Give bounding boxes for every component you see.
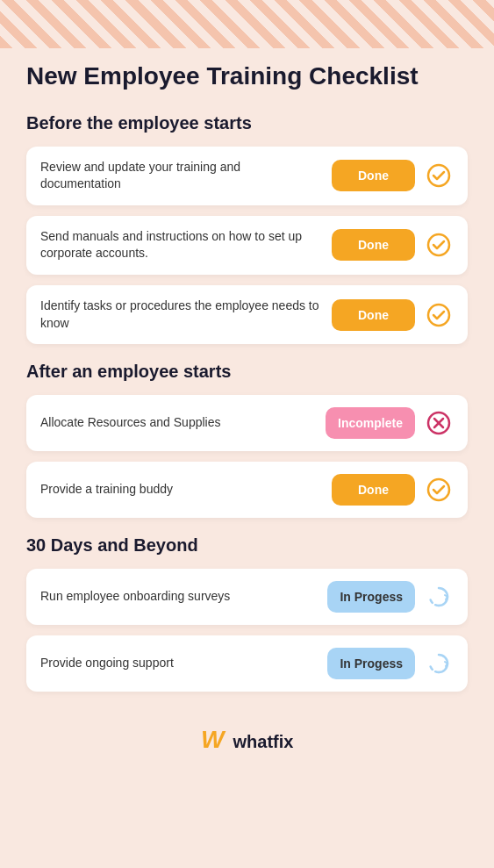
svg-point-2: [428, 305, 449, 326]
item-text-item-4: Allocate Resources and Supplies: [40, 414, 326, 432]
page-title: New Employee Training Checklist: [26, 61, 468, 91]
section-before: Before the employee startsReview and upd…: [26, 113, 468, 345]
whatfix-logo: W whatfix: [201, 727, 294, 757]
status-btn-item-1[interactable]: Done: [332, 160, 415, 191]
section-title-after: After an employee starts: [26, 362, 468, 382]
item-text-item-2: Send manuals and instructions on how to …: [40, 228, 332, 262]
checklist-item-item-6: Run employee onboarding surveysIn Proges…: [26, 569, 468, 625]
status-icon-item-1: [424, 161, 454, 190]
svg-point-0: [428, 165, 449, 186]
status-icon-item-3: [424, 300, 454, 330]
sections-container: Before the employee startsReview and upd…: [26, 113, 468, 692]
item-text-item-6: Run employee onboarding surveys: [40, 588, 327, 606]
logo-w-icon: W: [201, 727, 229, 757]
status-icon-item-4: [424, 408, 454, 438]
checklist-item-item-7: Provide ongoing supportIn Progess: [26, 635, 468, 692]
checklist-item-item-4: Allocate Resources and SuppliesIncomplet…: [26, 395, 468, 451]
svg-point-1: [428, 234, 449, 255]
status-icon-item-5: [424, 475, 454, 505]
checklist-item-item-2: Send manuals and instructions on how to …: [26, 216, 468, 275]
svg-text:W: W: [201, 727, 226, 751]
status-btn-item-6[interactable]: In Progess: [327, 581, 415, 613]
status-icon-item-6: [424, 582, 454, 612]
status-icon-item-2: [424, 230, 454, 260]
section-after: After an employee startsAllocate Resourc…: [26, 362, 468, 518]
checklist-item-item-3: Identify tasks or procedures the employe…: [26, 285, 468, 344]
logo-text: whatfix: [233, 732, 294, 752]
top-decoration: [0, 0, 494, 48]
item-text-item-3: Identify tasks or procedures the employe…: [40, 298, 332, 332]
svg-point-6: [428, 479, 449, 500]
status-btn-item-7[interactable]: In Progess: [327, 648, 415, 679]
status-btn-item-3[interactable]: Done: [332, 299, 415, 331]
checklist-item-item-1: Review and update your training and docu…: [26, 147, 468, 205]
section-title-beyond: 30 Days and Beyond: [26, 535, 468, 556]
status-btn-item-2[interactable]: Done: [332, 229, 415, 261]
footer: W whatfix: [26, 709, 468, 766]
section-title-before: Before the employee starts: [26, 113, 468, 133]
status-btn-item-5[interactable]: Done: [332, 474, 415, 506]
status-icon-item-7: [424, 649, 454, 678]
main-container: New Employee Training Checklist Before t…: [0, 0, 494, 793]
item-text-item-5: Provide a training buddy: [40, 481, 332, 499]
section-beyond: 30 Days and BeyondRun employee onboardin…: [26, 535, 468, 692]
item-text-item-1: Review and update your training and docu…: [40, 159, 332, 193]
checklist-item-item-5: Provide a training buddyDone: [26, 462, 468, 518]
item-text-item-7: Provide ongoing support: [40, 655, 327, 672]
status-btn-item-4[interactable]: Incomplete: [326, 407, 415, 439]
